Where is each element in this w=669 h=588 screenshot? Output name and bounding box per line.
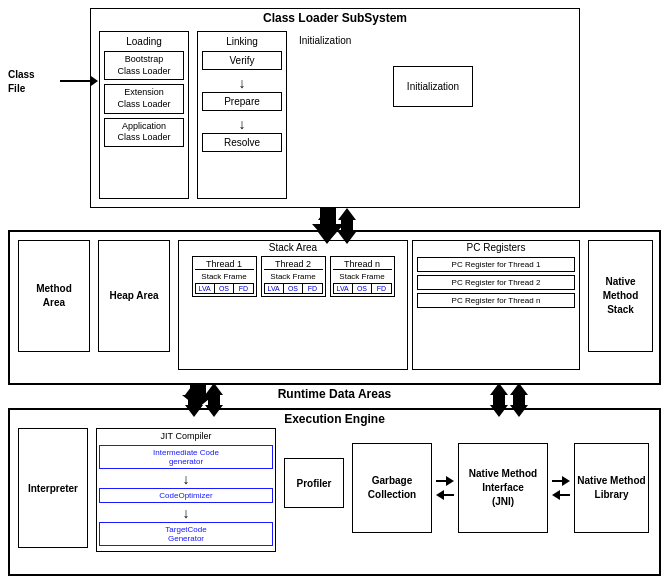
profiler-box: Profiler (284, 458, 344, 508)
extension-loader: ExtensionClass Loader (104, 84, 184, 113)
thread-2-box: Thread 2 Stack Frame LVA OS FD (261, 256, 326, 297)
init-section: Initialization Initialization (295, 31, 571, 199)
linking-box: Linking Verify ↓ Prepare ↓ Resolve (197, 31, 287, 199)
pc-reg-2: PC Register for Thread 2 (417, 275, 575, 290)
thread-2-os: OS (284, 284, 303, 293)
runtime-data-areas: MethodArea Heap Area Stack Area Thread 1… (8, 230, 661, 385)
gc-nmi-arrow-right (436, 476, 454, 486)
stack-area-title: Stack Area (179, 241, 407, 254)
jit-compiler-box: JIT Compiler Intermediate Codegenerator … (96, 428, 276, 552)
pc-reg-n: PC Register for Thread n (417, 293, 575, 308)
pc-registers: PC Registers PC Register for Thread 1 PC… (412, 240, 580, 370)
thread-1-lva: LVA (196, 284, 215, 293)
exec-title: Execution Engine (10, 410, 659, 428)
class-file-arrow (60, 80, 92, 82)
gc-nmi-arrows (436, 476, 454, 500)
thread-1-stackframe: Stack Frame (195, 272, 254, 281)
jit-optimizer: CodeOptimizer (99, 488, 273, 503)
class-file-label: Class File (8, 68, 35, 96)
thread-1-lva-row: LVA OS FD (195, 283, 254, 294)
cls-title: Class Loader SubSystem (91, 9, 579, 27)
arrow-verify-prepare: ↓ (202, 76, 282, 90)
nmi-nml-arrow-left (552, 490, 570, 500)
stack-area: Stack Area Thread 1 Stack Frame LVA OS F… (178, 240, 408, 370)
jit-intermediate: Intermediate Codegenerator (99, 445, 273, 469)
nmi-box: Native MethodInterface(JNI) (458, 443, 548, 533)
init-label: Initialization (299, 35, 567, 46)
threads-row: Thread 1 Stack Frame LVA OS FD Thread 2 … (179, 254, 407, 299)
thread-n-lva-row: LVA OS FD (333, 283, 392, 294)
thread-n-lva: LVA (334, 284, 353, 293)
runtime-title: Runtime Data Areas (10, 387, 659, 401)
pc-title: PC Registers (413, 241, 579, 254)
heap-area: Heap Area (98, 240, 170, 352)
thread-2-lva-row: LVA OS FD (264, 283, 323, 294)
thread-n-title: Thread n (333, 259, 392, 270)
verify-step: Verify (202, 51, 282, 70)
execution-engine: Execution Engine Interpreter JIT Compile… (8, 408, 661, 576)
thread-n-fd: FD (372, 284, 390, 293)
jit-arrow-1: ↓ (99, 472, 273, 486)
pc-reg-1: PC Register for Thread 1 (417, 257, 575, 272)
jit-target: TargetCodeGenerator (99, 522, 273, 546)
nmi-nml-arrow-right (552, 476, 570, 486)
thread-1-fd: FD (234, 284, 252, 293)
native-method-stack: NativeMethodStack (588, 240, 653, 352)
nml-box: Native MethodLibrary (574, 443, 649, 533)
linking-title: Linking (202, 36, 282, 47)
gc-nmi-arrow-left (436, 490, 454, 500)
gc-section: GarbageCollection Native MethodInterface… (352, 443, 649, 533)
class-loader-system: Class Loader SubSystem Loading Bootstrap… (90, 8, 580, 208)
thread-2-lva: LVA (265, 284, 284, 293)
thread-2-stackframe: Stack Frame (264, 272, 323, 281)
method-area: MethodArea (18, 240, 90, 352)
prepare-step: Prepare (202, 92, 282, 111)
jit-arrow-2: ↓ (99, 506, 273, 520)
jit-title: JIT Compiler (99, 431, 273, 441)
interpreter-box: Interpreter (18, 428, 88, 548)
thread-2-fd: FD (303, 284, 321, 293)
init-box: Initialization (393, 66, 473, 107)
thread-1-box: Thread 1 Stack Frame LVA OS FD (192, 256, 257, 297)
resolve-step: Resolve (202, 133, 282, 152)
gc-box: GarbageCollection (352, 443, 432, 533)
thread-1-os: OS (215, 284, 234, 293)
thread-1-title: Thread 1 (195, 259, 254, 270)
thread-n-os: OS (353, 284, 372, 293)
thread-n-box: Thread n Stack Frame LVA OS FD (330, 256, 395, 297)
bootstrap-loader: BootstrapClass Loader (104, 51, 184, 80)
arrow-prepare-resolve: ↓ (202, 117, 282, 131)
thread-n-stackframe: Stack Frame (333, 272, 392, 281)
loading-box: Loading BootstrapClass Loader ExtensionC… (99, 31, 189, 199)
application-loader: ApplicationClass Loader (104, 118, 184, 147)
thread-2-title: Thread 2 (264, 259, 323, 270)
diagram: Class File Class Loader SubSystem Loadin… (0, 0, 669, 588)
loading-title: Loading (104, 36, 184, 47)
nmi-nml-arrows (552, 476, 570, 500)
